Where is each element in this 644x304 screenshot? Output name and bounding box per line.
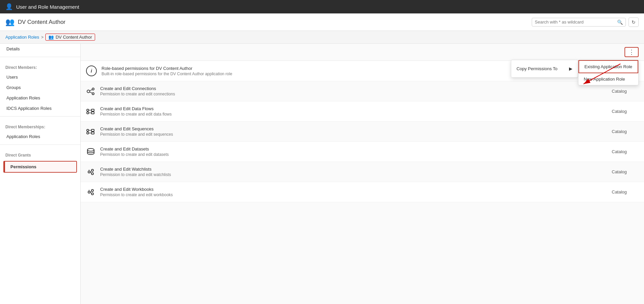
perm-text-6: Create and Edit Workbooks Permission to … [100, 187, 607, 197]
perm-desc-5: Permission to create and edit watchlists [100, 172, 607, 177]
sidebar-divider-1 [0, 57, 80, 57]
sub-header-right: 🔍 ↻ [532, 17, 639, 27]
svg-rect-10 [91, 112, 94, 114]
sidebar-permissions-box: Permissions [3, 161, 77, 173]
top-bar-icon: 👤 [5, 3, 13, 10]
sub-header-title: DV Content Author [18, 19, 66, 26]
perm-icon-connections [86, 87, 95, 96]
svg-point-27 [91, 189, 93, 191]
perm-icon-watchlists [86, 167, 95, 177]
perm-icon-workbooks [86, 187, 95, 197]
svg-point-26 [88, 191, 90, 193]
perm-title-2: Create and Edit Data Flows [100, 106, 607, 111]
content-area: ⋮ Copy Permissions To ▶ Existing Applica… [81, 44, 644, 304]
svg-line-6 [90, 92, 92, 93]
svg-point-2 [87, 90, 90, 93]
svg-point-14 [87, 132, 89, 134]
perm-icon-dataflows [86, 107, 95, 116]
perm-text-1: Create and Edit Connections Permission t… [100, 86, 607, 96]
sidebar: Details Direct Members: Users Groups App… [0, 44, 81, 304]
svg-point-19 [87, 148, 94, 151]
sidebar-divider-2 [0, 116, 80, 117]
copy-permissions-submenu: Copy Permissions To ▶ [511, 60, 578, 78]
breadcrumb-app-roles-link[interactable]: Application Roles [5, 35, 39, 40]
perm-desc-1: Permission to create and edit connection… [100, 92, 607, 96]
sidebar-item-users[interactable]: Users [0, 72, 80, 82]
breadcrumb: Application Roles > 👥 DV Content Author [0, 31, 644, 44]
dropdown-menu: Existing Application Role New Applicatio… [578, 60, 639, 85]
svg-point-8 [87, 112, 89, 114]
svg-point-13 [87, 129, 89, 131]
svg-point-28 [91, 193, 93, 195]
svg-line-25 [90, 172, 91, 173]
svg-rect-9 [91, 109, 94, 111]
content-header-row: ⋮ Copy Permissions To ▶ Existing Applica… [81, 44, 644, 61]
search-input[interactable] [535, 19, 615, 25]
perm-category-2: Catalog [612, 109, 639, 114]
arrow-right-icon: ▶ [569, 66, 572, 71]
sidebar-item-groups[interactable]: Groups [0, 82, 80, 93]
perm-category-5: Catalog [612, 169, 639, 174]
perm-title-3: Create and Edit Sequences [100, 126, 607, 131]
permission-item-6: Create and Edit Workbooks Permission to … [81, 182, 644, 202]
sidebar-section-direct-members: Direct Members: [0, 60, 80, 72]
breadcrumb-current-icon: 👥 [48, 35, 54, 40]
sub-header: 👥 DV Content Author 🔍 ↻ [0, 13, 644, 31]
breadcrumb-current: 👥 DV Content Author [45, 34, 95, 41]
sidebar-item-app-roles[interactable]: Application Roles [0, 93, 80, 103]
perm-desc-2: Permission to create and edit data flows [100, 112, 607, 117]
perm-icon-sequences [86, 127, 95, 136]
perm-title-1: Create and Edit Connections [100, 86, 607, 91]
sub-header-left: 👥 DV Content Author [5, 18, 66, 27]
dropdown-item-existing-role[interactable]: Existing Application Role [578, 60, 638, 73]
svg-point-21 [91, 169, 93, 171]
sub-header-user-icon: 👥 [5, 18, 14, 27]
perm-category-4: Catalog [612, 149, 639, 154]
breadcrumb-separator: > [41, 35, 43, 40]
perm-title-4: Create and Edit Datasets [100, 146, 607, 151]
svg-point-7 [87, 109, 89, 111]
sidebar-item-memberships-app-roles[interactable]: Application Roles [0, 131, 80, 142]
refresh-button[interactable]: ↻ [629, 17, 639, 27]
dropdown-container: Copy Permissions To ▶ Existing Applicati… [511, 60, 639, 85]
search-box[interactable]: 🔍 [532, 18, 626, 27]
perm-text-4: Create and Edit Datasets Permission to c… [100, 146, 607, 157]
perm-title-5: Create and Edit Watchlists [100, 167, 607, 172]
sidebar-item-details[interactable]: Details [0, 44, 80, 54]
svg-point-22 [91, 173, 93, 175]
svg-point-3 [92, 88, 94, 90]
perm-desc-4: Permission to create and edit datasets [100, 152, 607, 157]
sidebar-section-grants: Direct Grants [0, 147, 80, 160]
permission-item-4: Create and Edit Datasets Permission to c… [81, 142, 644, 162]
perm-category-1: Catalog [612, 89, 639, 94]
perm-desc-3: Permission to create and edit sequences [100, 132, 607, 137]
svg-rect-16 [91, 132, 94, 134]
perm-text-5: Create and Edit Watchlists Permission to… [100, 167, 607, 177]
more-options-button[interactable]: ⋮ [625, 47, 639, 57]
perm-category-6: Catalog [612, 189, 639, 194]
sidebar-item-permissions[interactable]: Permissions [4, 162, 76, 172]
perm-title-6: Create and Edit Workbooks [100, 187, 607, 192]
svg-line-31 [90, 192, 91, 193]
toolbar-container: ⋮ Copy Permissions To ▶ Existing Applica… [625, 47, 639, 57]
svg-point-4 [92, 93, 94, 95]
perm-text-2: Create and Edit Data Flows Permission to… [100, 106, 607, 117]
main-layout: Details Direct Members: Users Groups App… [0, 44, 644, 304]
copy-permissions-label: Copy Permissions To [517, 66, 558, 71]
top-bar: 👤 User and Role Management [0, 0, 644, 13]
svg-rect-15 [91, 129, 94, 131]
copy-permissions-trigger[interactable]: Copy Permissions To ▶ [511, 63, 578, 75]
top-bar-title: User and Role Management [16, 4, 79, 10]
permission-item-5: Create and Edit Watchlists Permission to… [81, 162, 644, 182]
sidebar-section-memberships: Direct Memberships: [0, 119, 80, 131]
breadcrumb-current-label: DV Content Author [55, 35, 92, 40]
sidebar-item-idcs-roles[interactable]: IDCS Application Roles [0, 103, 80, 114]
perm-text-3: Create and Edit Sequences Permission to … [100, 126, 607, 137]
svg-line-5 [90, 90, 92, 91]
sidebar-divider-3 [0, 144, 80, 145]
perm-icon-datasets [86, 147, 95, 157]
perm-desc-6: Permission to create and edit workbooks [100, 192, 607, 197]
search-icon: 🔍 [617, 19, 623, 25]
dropdown-item-new-role[interactable]: New Application Role [578, 73, 638, 85]
permission-item-2: Create and Edit Data Flows Permission to… [81, 101, 644, 122]
